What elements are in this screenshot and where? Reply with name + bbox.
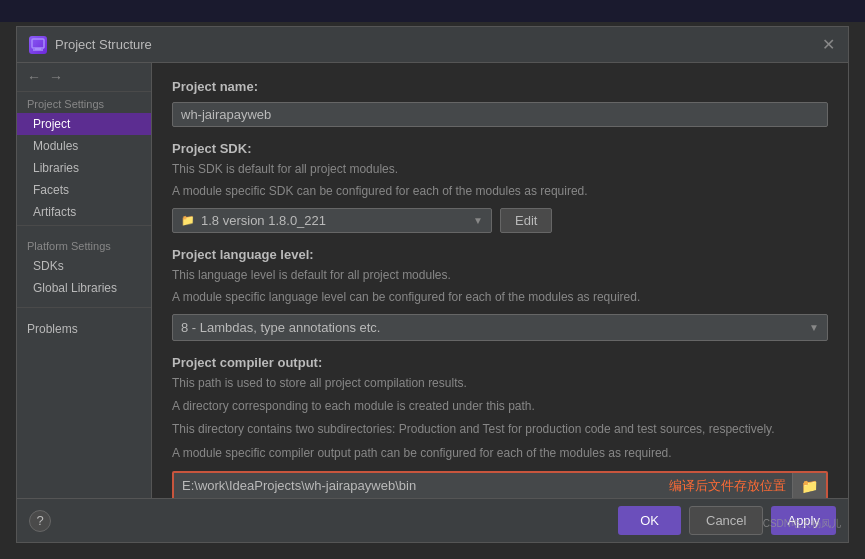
lang-dropdown-arrow: ▼ [809,322,819,333]
sdk-desc2: A module specific SDK can be configured … [172,182,828,200]
svg-rect-0 [32,39,44,48]
compiler-desc2: A directory corresponding to each module… [172,397,828,416]
sdk-edit-button[interactable]: Edit [500,208,552,233]
dialog-footer: ? OK Cancel Apply [17,498,848,542]
lang-desc1: This language level is default for all p… [172,266,828,284]
dialog-title: Project Structure [55,37,152,52]
compiler-output-label: Project compiler output: [172,355,828,370]
compiler-desc4: A module specific compiler output path c… [172,444,828,463]
compiler-folder-button[interactable]: 📁 [792,473,826,498]
language-level-label: Project language level: [172,247,828,262]
platform-settings-label: Platform Settings [17,232,151,255]
sdk-group: Project SDK: This SDK is default for all… [172,141,828,233]
language-level-value: 8 - Lambdas, type annotations etc. [181,320,803,335]
compiler-annotation: 编译后文件存放位置 [663,473,792,498]
compiler-desc3: This directory contains two subdirectori… [172,420,828,439]
cancel-button[interactable]: Cancel [689,506,763,535]
sdk-folder-icon: 📁 [181,214,195,227]
project-name-group: Project name: [172,79,828,127]
main-content: Project name: Project SDK: This SDK is d… [152,63,848,498]
close-button[interactable]: ✕ [820,37,836,53]
sidebar-item-global-libraries[interactable]: Global Libraries [17,277,151,299]
sdk-dropdown[interactable]: 📁 1.8 version 1.8.0_221 ▼ [172,208,492,233]
sidebar-item-sdks[interactable]: SDKs [17,255,151,277]
project-name-label: Project name: [172,79,828,94]
compiler-output-group: Project compiler output: This path is us… [172,355,828,498]
sidebar-item-problems[interactable]: Problems [17,318,151,340]
sidebar-item-project[interactable]: Project [17,113,151,135]
compiler-desc1: This path is used to store all project c… [172,374,828,393]
language-level-dropdown[interactable]: 8 - Lambdas, type annotations etc. ▼ [172,314,828,341]
sidebar-item-artifacts[interactable]: Artifacts [17,201,151,223]
title-bar: Project Structure ✕ [17,27,848,63]
ok-button[interactable]: OK [618,506,681,535]
watermark: CSDN电大杨凤儿 [763,517,841,531]
compiler-path-row: 编译后文件存放位置 📁 [172,471,828,498]
sidebar-item-libraries[interactable]: Libraries [17,157,151,179]
back-arrow[interactable]: ← [25,69,43,85]
project-name-input[interactable] [172,102,828,127]
sidebar: ← → Project Settings Project Modules Lib… [17,63,152,498]
sdk-dropdown-arrow: ▼ [473,215,483,226]
sidebar-item-modules[interactable]: Modules [17,135,151,157]
sdk-value: 1.8 version 1.8.0_221 [201,213,467,228]
dialog-icon [29,36,47,54]
project-settings-label: Project Settings [17,92,151,113]
language-level-group: Project language level: This language le… [172,247,828,341]
compiler-path-input[interactable] [174,473,663,498]
help-button[interactable]: ? [29,510,51,532]
forward-arrow[interactable]: → [47,69,65,85]
sidebar-item-facets[interactable]: Facets [17,179,151,201]
lang-desc2: A module specific language level can be … [172,288,828,306]
nav-arrows: ← → [17,63,151,92]
sdk-label: Project SDK: [172,141,828,156]
sdk-desc1: This SDK is default for all project modu… [172,160,828,178]
